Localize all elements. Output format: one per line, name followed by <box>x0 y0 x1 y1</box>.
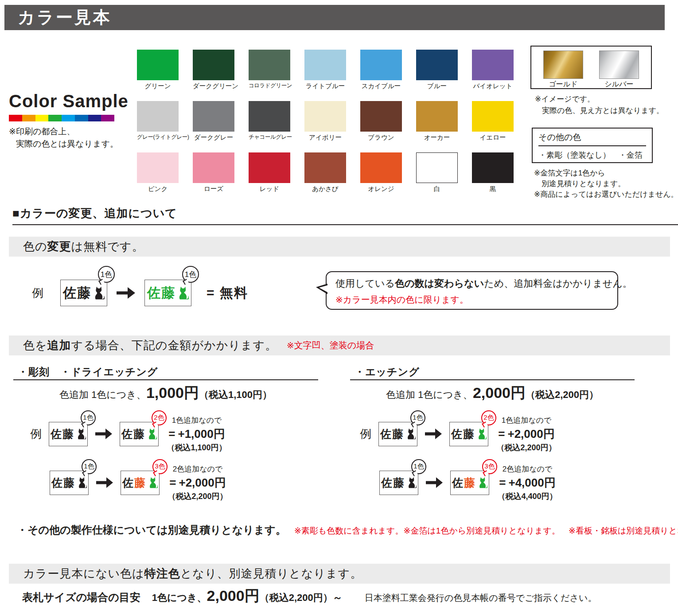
color-swatch-cell: コロラドグリーン <box>249 50 290 90</box>
metal-gold: ゴールド <box>543 51 583 88</box>
color-count-badge: 1色 <box>82 459 97 474</box>
section-underline <box>12 224 678 225</box>
swatch-ivory <box>304 101 346 132</box>
cat-icon <box>407 477 417 488</box>
swatch-label: レッド <box>249 185 290 193</box>
other-colors-title: その他の色 <box>538 132 646 143</box>
print-disclaimer-line1: ※印刷の都合上、 <box>9 125 118 138</box>
price-result: 1色追加なので =+2,000円 （税込2,200円） <box>497 415 556 453</box>
example-label: 例 <box>32 285 43 301</box>
nameplate-before-unit: 1色 佐藤 <box>378 422 417 446</box>
guide-note: 日本塗料工業会発行の色見本帳の番号でご指示ください。 <box>365 592 597 604</box>
other-spec-footnote: ・その他の製作仕様については別途見積りとなります。 ※素彫も色数に含まれます。※… <box>17 523 678 537</box>
price-result: 2色追加なので =+2,000円 （税込2,200円） <box>168 464 227 502</box>
swatch-dark-gray <box>193 101 234 132</box>
swatch-label: イエロー <box>472 133 514 142</box>
arrow-right-icon <box>95 429 112 439</box>
free-change-example: 例 1色 佐藤 1色 佐藤 = 無料 <box>32 279 248 307</box>
swatch-ochre <box>416 101 458 132</box>
swatch-label: ブラウン <box>360 133 402 142</box>
arrow-right-icon <box>117 287 135 299</box>
swatch-green <box>137 50 179 80</box>
rainbow-segment <box>48 115 62 121</box>
color-swatch-cell: ブラウン <box>360 101 402 141</box>
gold-label: ゴールド <box>543 80 583 89</box>
color-count-badge: 1色 <box>411 459 426 474</box>
swatch-label: チャコールグレー <box>249 133 290 141</box>
swatch-white <box>416 152 458 183</box>
print-disclaimer: ※印刷の都合上、 実際の色とは異なります。 <box>9 125 118 150</box>
gold-leaf-note-line3: ※商品によってはお選びいただけません。 <box>534 189 678 200</box>
color-swatch-cell: スカイブルー <box>360 50 402 90</box>
swatch-light-blue <box>304 50 346 80</box>
nameplate-after-unit: 2色 佐藤 <box>120 422 159 446</box>
callout-note: ※カラー見本内の色に限ります。 <box>335 294 617 306</box>
cat-icon <box>94 286 105 300</box>
custom-color-bar-text: カラー見本にない色は特注色となり、別途見積りとなります。 <box>23 566 362 581</box>
color-swatch-cell: バイオレット <box>472 50 514 90</box>
etching-example-row2: 1色 佐藤 3色 佐藤 2色追加なので =+4,000円 （税込4,400円） <box>360 470 557 495</box>
color-swatch-cell: オレンジ <box>360 152 402 192</box>
swatch-black <box>472 152 514 183</box>
free-change-callout: 使用している色の数は変わらないため、追加料金はかかりません。 ※カラー見本内の色… <box>326 271 618 310</box>
swatch-yellow <box>472 101 514 132</box>
add-color-bar: 色を追加する場合、下記の金額がかかります。 ※文字凹、塗装の場合 <box>9 335 670 355</box>
swatch-label: スカイブルー <box>360 82 402 90</box>
etching-column-title: ・エッチング <box>355 365 420 379</box>
metallic-disclaimer-line1: ※イメージです。 <box>535 94 664 105</box>
cat-icon <box>178 286 189 300</box>
custom-color-bar: カラー見本にない色は特注色となり、別途見積りとなります。 <box>9 564 670 584</box>
color-count-badge-red: 2色 <box>152 410 167 425</box>
add-color-bar-text: 色を追加する場合、下記の金額がかかります。 <box>23 338 277 353</box>
swatch-label: グレー(ライトグレー) <box>137 133 179 141</box>
guide-label: 表札サイズの場合の目安 <box>22 590 140 604</box>
swatch-violet <box>472 50 514 80</box>
cat-icon <box>78 477 87 488</box>
rainbow-segment <box>22 115 35 121</box>
swatch-label: グリーン <box>137 82 179 90</box>
section-title-color-change: ■カラーの変更、追加について <box>12 206 177 221</box>
metallic-disclaimer: ※イメージです。 実際の色、見え方とは異なります。 <box>535 94 664 117</box>
rainbow-segment <box>101 115 114 121</box>
color-swatch-cell: ブルー <box>416 50 458 90</box>
color-swatch-cell: グレー(ライトグレー) <box>137 101 179 141</box>
color-count-badge: 1色 <box>98 266 115 283</box>
arrow-right-icon <box>425 429 442 439</box>
etching-example-row1: 例 1色 佐藤 2色 佐藤 1色追加なので =+2,000円 （税込2,200円… <box>360 421 556 447</box>
metal-silver: シルバー <box>599 51 639 88</box>
rainbow-segment <box>9 115 22 121</box>
nameplate-before-unit: 1色 佐藤 <box>50 471 89 495</box>
silver-label: シルバー <box>599 80 639 89</box>
cat-icon <box>478 477 487 488</box>
color-swatch-cell: ローズ <box>193 152 234 192</box>
price-result: 2色追加なので =+4,000円 （税込4,400円） <box>498 464 557 502</box>
swatch-label: コロラドグリーン <box>249 82 290 90</box>
color-swatch-cell: アイボリー <box>304 101 346 141</box>
column-underline <box>350 379 635 380</box>
cat-icon <box>406 428 416 440</box>
example-label: 例 <box>360 426 371 442</box>
page-title: カラー見本 <box>18 6 112 29</box>
free-result: = 無料 <box>207 284 248 302</box>
color-swatch-cell: イエロー <box>472 101 514 141</box>
swatch-label: ピンク <box>137 185 179 193</box>
color-count-badge: 1色 <box>410 410 425 425</box>
color-swatch-cell: 黒 <box>472 152 514 192</box>
swatch-colorado-green <box>249 50 290 80</box>
color-swatch-cell: ピンク <box>137 152 179 192</box>
rainbow-segment <box>35 115 49 121</box>
color-swatch-cell: チャコールグレー <box>249 101 290 141</box>
swatch-rose <box>193 152 234 183</box>
other-spec-text: ・その他の製作仕様については別途見積りとなります。 <box>17 523 286 537</box>
color-swatch-cell: オーカー <box>416 101 458 141</box>
cat-icon <box>477 428 487 440</box>
divider <box>538 145 646 146</box>
gold-leaf-notes: ※金箔文字は1色から 別途見積りとなります。 ※商品によってはお選びいただけませ… <box>534 168 678 200</box>
color-swatch-cell: 白 <box>416 152 458 192</box>
nameplate-after-unit: 3色 佐藤 <box>121 471 160 495</box>
rainbow-segment <box>62 115 75 121</box>
nameplate-before-unit: 1色 佐藤 <box>60 280 107 306</box>
color-count-badge-red: 2色 <box>481 410 496 425</box>
arrow-right-icon <box>426 477 443 488</box>
swatch-red <box>249 152 290 183</box>
